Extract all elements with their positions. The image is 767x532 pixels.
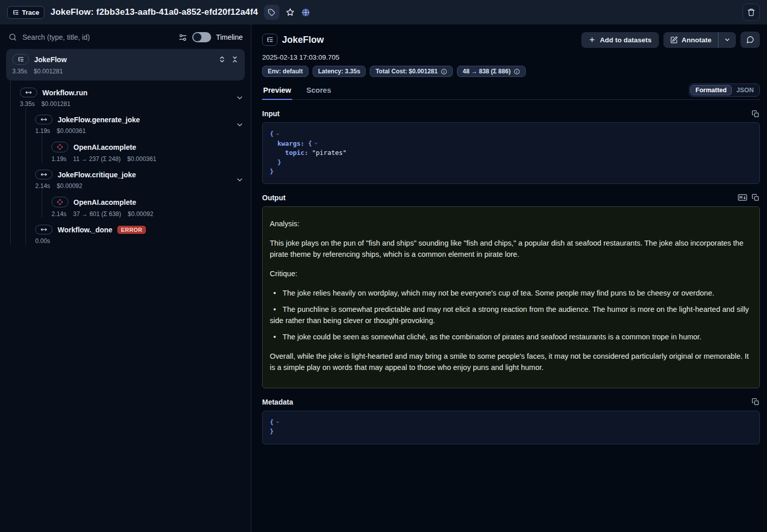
output-content[interactable]: Analysis: This joke plays on the pun of … (262, 206, 760, 388)
critique-bullet: The joke relies heavily on wordplay, whi… (270, 287, 752, 299)
input-json-viewer[interactable]: { kwargs: { topic: "pirates" } } (262, 122, 760, 184)
node-duration: 1.19s (35, 127, 50, 135)
node-label: JokeFlow (34, 56, 67, 64)
trace-timestamp: 2025-02-13 17:03:09.705 (262, 54, 760, 61)
overall-text: Overall, while the joke is light-hearted… (270, 351, 752, 373)
tree-node-workflow-done[interactable]: Workflow._done ERROR 0.00s (35, 218, 245, 245)
span-arrows-icon (40, 117, 47, 122)
format-json-option[interactable]: JSON (732, 86, 758, 95)
token-usage-badge: 48 → 838 (Σ 886) (457, 66, 526, 77)
add-to-datasets-button[interactable]: Add to datasets (581, 32, 658, 48)
tree-node-critique-joke[interactable]: JokeFlow.critique_joke 2.14s $0.00092 (35, 163, 245, 190)
annotate-split-button: Annotate (663, 32, 736, 48)
node-label: JokeFlow.generate_joke (58, 116, 140, 124)
node-cost: $0.00092 (57, 182, 82, 190)
annotate-label: Annotate (682, 36, 712, 44)
trace-badges-row: Env: default Latency: 3.35s Total Cost: … (262, 66, 760, 77)
generation-node-pill (52, 197, 68, 207)
node-duration: 3.35s (12, 68, 27, 75)
public-globe-button[interactable] (301, 8, 311, 17)
span-node-pill (35, 115, 53, 124)
tree-search-row: Timeline (0, 24, 251, 49)
expand-all-icon[interactable] (218, 56, 226, 63)
plus-icon (589, 36, 596, 43)
input-section: Input { kwargs: { topic: "pirates" } } (262, 110, 760, 184)
info-icon (514, 68, 520, 75)
node-cost: $0.001281 (34, 68, 63, 75)
trace-detail-panel: JokeFlow Add to datasets Annotate (251, 24, 767, 532)
analysis-heading: Analysis: (270, 218, 752, 229)
critique-bullet: The joke could be seen as somewhat clich… (270, 331, 752, 342)
annotate-dropdown-button[interactable] (718, 32, 736, 48)
markdown-toggle-icon[interactable] (738, 194, 747, 201)
format-formatted-option[interactable]: Formatted (691, 85, 732, 95)
collapse-chevron-icon[interactable] (275, 132, 280, 137)
node-label: Workflow._done (58, 226, 112, 234)
filter-settings-icon[interactable] (178, 33, 187, 42)
detail-tabs-row: Preview Scores Formatted JSON (262, 84, 760, 100)
pen-square-icon (670, 36, 678, 44)
search-input[interactable] (22, 33, 173, 41)
trace-type-badge: Trace (7, 6, 44, 19)
span-node-pill (35, 225, 53, 234)
tag-icon (268, 9, 275, 16)
toggle-knob (193, 33, 201, 41)
comments-button[interactable] (740, 32, 760, 48)
annotate-button[interactable]: Annotate (663, 32, 719, 48)
collapse-chevron-icon[interactable] (314, 141, 318, 146)
span-arrows-icon (40, 172, 47, 177)
tree-node-workflow-run[interactable]: Workflow.run 3.35s $0.001281 (20, 81, 245, 108)
tab-preview[interactable]: Preview (262, 86, 292, 100)
node-label: Workflow.run (42, 89, 88, 97)
top-bar: Trace JokeFlow: f2bb3e13-aafb-41a0-a852-… (0, 0, 767, 24)
node-tokens: 37 → 601 (Σ 638) (73, 210, 121, 218)
copy-icon[interactable] (752, 110, 759, 118)
metadata-section-title: Metadata (262, 398, 293, 406)
list-tree-icon (17, 56, 24, 63)
node-duration: 3.35s (20, 100, 35, 108)
tab-scores[interactable]: Scores (305, 86, 332, 99)
tree-node-openai-acomplete-2[interactable]: OpenAI.acomplete 2.14s 37 → 601 (Σ 638) … (52, 190, 245, 218)
timeline-toggle-label: Timeline (216, 33, 243, 41)
list-tree-icon (12, 9, 19, 16)
chevron-down-icon[interactable] (236, 176, 244, 184)
trace-badge-label: Trace (22, 9, 39, 16)
span-tree: JokeFlow 3.35s $0.001281 (0, 49, 251, 245)
generation-node-pill (52, 142, 68, 152)
delete-trace-button[interactable] (743, 4, 760, 21)
node-label: OpenAI.acomplete (73, 143, 136, 151)
chevron-down-icon[interactable] (236, 94, 244, 102)
trash-icon (747, 8, 755, 16)
critique-bullet-list: The joke relies heavily on wordplay, whi… (270, 287, 752, 342)
output-section: Output Analysis: This joke plays on the … (262, 194, 760, 388)
span-node-pill (35, 170, 53, 179)
metadata-section: Metadata { } (262, 398, 760, 444)
generation-icon (57, 199, 63, 205)
tree-node-generate-joke[interactable]: JokeFlow.generate_joke 1.19s $0.000361 (35, 108, 245, 135)
tree-node-openai-acomplete-1[interactable]: OpenAI.acomplete 1.19s 11 → 237 (Σ 248) … (52, 135, 245, 163)
copy-icon[interactable] (752, 398, 759, 406)
node-label: OpenAI.acomplete (73, 198, 136, 206)
tree-node-jokeflow-root[interactable]: JokeFlow 3.35s $0.001281 (6, 49, 245, 81)
latency-badge: Latency: 3.35s (313, 66, 366, 77)
metadata-json-viewer[interactable]: { } (262, 411, 760, 444)
collapse-chevron-icon[interactable] (275, 420, 280, 424)
node-cost: $0.000361 (127, 155, 157, 163)
search-icon (8, 33, 17, 42)
star-button[interactable] (286, 8, 295, 17)
tag-button[interactable] (264, 5, 279, 20)
total-cost-badge: Total Cost: $0.001281 (370, 66, 453, 77)
chevron-down-icon[interactable] (236, 121, 244, 129)
span-node-pill (20, 88, 37, 97)
timeline-toggle[interactable] (192, 32, 211, 42)
collapse-all-icon[interactable] (231, 56, 239, 63)
error-status-badge: ERROR (117, 226, 146, 234)
analysis-text: This joke plays on the pun of "fish and … (270, 237, 752, 260)
chevron-down-icon (724, 36, 731, 43)
trace-tree-sidebar: Timeline JokeFlow (0, 24, 251, 532)
copy-icon[interactable] (752, 194, 759, 201)
generation-icon (57, 144, 63, 150)
env-badge: Env: default (262, 66, 309, 77)
node-duration: 0.00s (35, 237, 50, 245)
span-arrows-icon (40, 227, 47, 232)
